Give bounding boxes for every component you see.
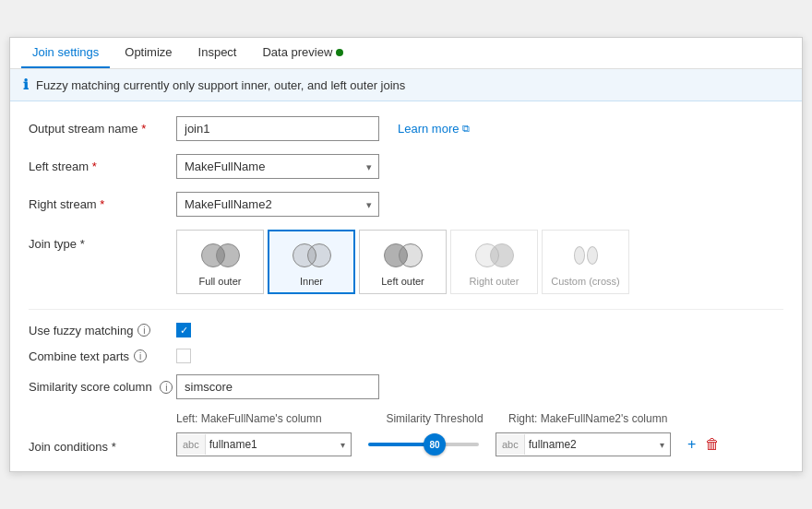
- similarity-score-input[interactable]: [176, 374, 379, 399]
- join-type-custom-cross[interactable]: Custom (cross): [542, 230, 629, 294]
- cond-header-mid: Similarity Threshold: [361, 412, 508, 425]
- left-column-chevron: ▾: [340, 440, 351, 450]
- right-stream-select-wrapper: MakeFullName2 ▾: [176, 192, 379, 217]
- slider-thumb[interactable]: 80: [424, 433, 446, 456]
- similarity-score-label: Similarity score column i: [29, 380, 176, 395]
- output-stream-label: Output stream name *: [29, 122, 176, 136]
- custom-cross-venn: [574, 239, 598, 272]
- use-fuzzy-info-icon[interactable]: i: [137, 324, 150, 337]
- output-stream-row: Output stream name * Learn more ⧉: [29, 116, 783, 141]
- left-column-select[interactable]: fullname1: [206, 433, 340, 456]
- tab-data-preview[interactable]: Data preview: [251, 38, 354, 68]
- join-type-inner[interactable]: Inner: [268, 230, 355, 294]
- join-conditions-label: Join conditions *: [29, 412, 176, 454]
- join-conditions-row: Join conditions * Left: MakeFullName's c…: [29, 412, 783, 456]
- info-icon: ℹ: [23, 77, 29, 93]
- info-banner-text: Fuzzy matching currently only support in…: [36, 78, 405, 92]
- left-stream-select[interactable]: MakeFullName: [176, 154, 379, 179]
- join-types-container: Full outer Inner Left outer: [176, 230, 629, 294]
- join-type-row: Join type * Full outer: [29, 230, 783, 294]
- data-preview-dot: [336, 49, 343, 56]
- left-stream-label: Left stream *: [29, 160, 176, 173]
- right-column-select-wrapper: abc fullname2 ▾: [496, 432, 671, 456]
- similarity-info-icon[interactable]: i: [160, 381, 173, 394]
- combine-text-info-icon[interactable]: i: [134, 349, 147, 362]
- left-column-select-wrapper: abc fullname1 ▾: [176, 432, 352, 456]
- external-link-icon: ⧉: [462, 123, 470, 135]
- slider-track: 80: [368, 443, 479, 446]
- cond-header-right: Right: MakeFullName2's column: [508, 412, 693, 425]
- join-type-label: Join type *: [29, 230, 176, 251]
- combine-text-checkbox[interactable]: [176, 349, 191, 363]
- right-outer-label: Right outer: [470, 276, 519, 287]
- use-fuzzy-label: Use fuzzy matching i: [29, 324, 176, 337]
- inner-venn: [293, 239, 331, 272]
- join-type-full-outer[interactable]: Full outer: [176, 230, 264, 294]
- threshold-slider[interactable]: 80: [359, 443, 488, 446]
- output-stream-input[interactable]: [176, 116, 379, 141]
- condition-row-1: abc fullname1 ▾ 80: [176, 432, 783, 456]
- tab-join-settings[interactable]: Join settings: [21, 38, 110, 68]
- use-fuzzy-checkbox[interactable]: [176, 323, 191, 337]
- left-stream-required: *: [92, 160, 97, 173]
- join-conditions-content: Left: MakeFullName's column Similarity T…: [176, 412, 783, 456]
- combine-text-row: Combine text parts i: [29, 349, 783, 363]
- full-outer-label: Full outer: [199, 276, 242, 287]
- condition-actions: + 🗑: [686, 434, 722, 455]
- join-type-right-outer[interactable]: Right outer: [450, 230, 538, 294]
- right-column-select[interactable]: fullname2: [525, 433, 660, 456]
- tab-optimize[interactable]: Optimize: [113, 38, 183, 68]
- join-type-left-outer[interactable]: Left outer: [359, 230, 447, 294]
- combine-text-label: Combine text parts i: [29, 349, 176, 363]
- right-stream-row: Right stream * MakeFullName2 ▾: [29, 192, 783, 217]
- add-condition-button[interactable]: +: [686, 434, 698, 455]
- info-banner: ℹ Fuzzy matching currently only support …: [10, 69, 802, 101]
- output-stream-required: *: [141, 122, 146, 136]
- right-column-chevron: ▾: [660, 440, 670, 450]
- similarity-score-row: Similarity score column i: [29, 374, 783, 399]
- left-stream-row: Left stream * MakeFullName ▾: [29, 154, 783, 179]
- conditions-header: Left: MakeFullName's column Similarity T…: [176, 412, 783, 425]
- divider: [29, 309, 783, 310]
- use-fuzzy-row: Use fuzzy matching i: [29, 323, 783, 337]
- join-conditions-required: *: [112, 440, 116, 454]
- right-stream-required: *: [100, 197, 104, 211]
- cond-header-left: Left: MakeFullName's column: [176, 412, 361, 425]
- full-outer-venn: [201, 239, 240, 272]
- join-type-required: *: [80, 237, 85, 251]
- right-stream-label: Right stream *: [29, 197, 176, 211]
- right-column-prefix: abc: [496, 434, 525, 455]
- join-settings-window: Join settings Optimize Inspect Data prev…: [9, 37, 803, 472]
- right-outer-venn: [475, 239, 514, 272]
- tab-bar: Join settings Optimize Inspect Data prev…: [10, 38, 802, 69]
- custom-cross-label: Custom (cross): [551, 276, 620, 287]
- delete-condition-button[interactable]: 🗑: [703, 434, 722, 455]
- learn-more-link[interactable]: Learn more ⧉: [398, 122, 470, 136]
- inner-label: Inner: [300, 276, 323, 287]
- tab-inspect[interactable]: Inspect: [187, 38, 248, 68]
- left-stream-select-wrapper: MakeFullName ▾: [176, 154, 379, 179]
- form-content: Output stream name * Learn more ⧉ Left s…: [10, 101, 802, 471]
- left-outer-label: Left outer: [381, 276, 424, 287]
- right-stream-select[interactable]: MakeFullName2: [176, 192, 379, 217]
- left-column-prefix: abc: [177, 434, 206, 455]
- left-outer-venn: [384, 239, 423, 272]
